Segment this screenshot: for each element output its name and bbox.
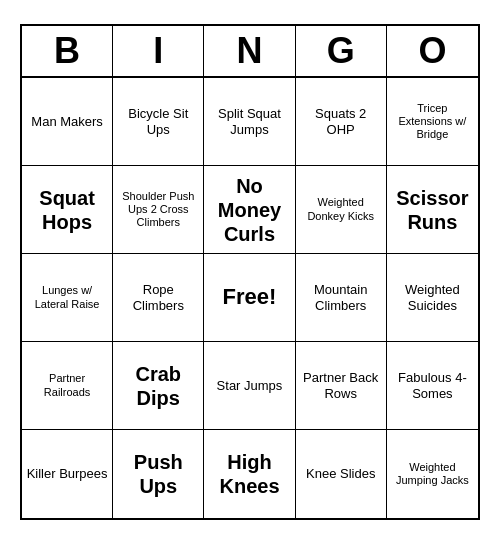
bingo-cell: Squats 2 OHP [296, 78, 387, 166]
header-letter: N [204, 26, 295, 76]
bingo-cell: Scissor Runs [387, 166, 478, 254]
bingo-cell: No Money Curls [204, 166, 295, 254]
header-letter: O [387, 26, 478, 76]
bingo-cell: Partner Back Rows [296, 342, 387, 430]
bingo-cell: Weighted Suicides [387, 254, 478, 342]
bingo-cell: Weighted Jumping Jacks [387, 430, 478, 518]
bingo-cell: Partner Railroads [22, 342, 113, 430]
bingo-cell: Weighted Donkey Kicks [296, 166, 387, 254]
bingo-cell: Star Jumps [204, 342, 295, 430]
bingo-cell: Bicycle Sit Ups [113, 78, 204, 166]
bingo-cell: Shoulder Push Ups 2 Cross Climbers [113, 166, 204, 254]
bingo-cell: Mountain Climbers [296, 254, 387, 342]
bingo-cell: Lunges w/ Lateral Raise [22, 254, 113, 342]
bingo-cell: Crab Dips [113, 342, 204, 430]
bingo-cell: Tricep Extensions w/ Bridge [387, 78, 478, 166]
bingo-cell: Squat Hops [22, 166, 113, 254]
bingo-header: BINGO [22, 26, 478, 78]
header-letter: I [113, 26, 204, 76]
bingo-cell: Split Squat Jumps [204, 78, 295, 166]
bingo-cell: Man Makers [22, 78, 113, 166]
header-letter: B [22, 26, 113, 76]
bingo-cell: Push Ups [113, 430, 204, 518]
bingo-cell: Rope Climbers [113, 254, 204, 342]
bingo-grid: Man MakersBicycle Sit UpsSplit Squat Jum… [22, 78, 478, 518]
bingo-cell: Knee Slides [296, 430, 387, 518]
bingo-cell: Fabulous 4-Somes [387, 342, 478, 430]
bingo-cell: Free! [204, 254, 295, 342]
bingo-cell: High Knees [204, 430, 295, 518]
header-letter: G [296, 26, 387, 76]
bingo-cell: Killer Burpees [22, 430, 113, 518]
bingo-card: BINGO Man MakersBicycle Sit UpsSplit Squ… [20, 24, 480, 520]
